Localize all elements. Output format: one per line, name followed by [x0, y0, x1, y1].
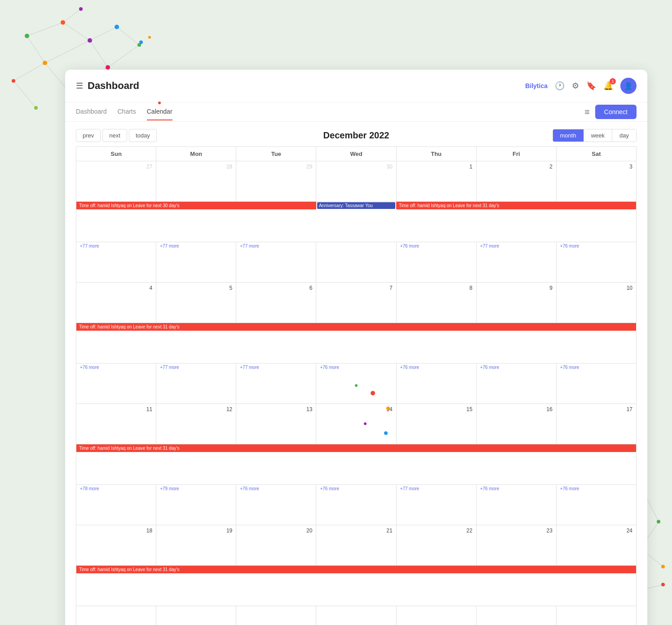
more-link[interactable]: +77 more: [477, 243, 555, 249]
more-link[interactable]: +76 more: [477, 486, 555, 492]
header-right: Bilytica 🕐 ⚙ 🔖 🔔 1 👤: [525, 78, 637, 94]
event-timeoff-31days-c[interactable]: Time off: hamid Ishtyaq on Leave for nex…: [76, 444, 636, 452]
decorative-dot: [355, 384, 358, 387]
table-row: 18 19 20 21 22 23 24: [76, 525, 637, 566]
day-number: 13: [237, 405, 315, 414]
day-dec10[interactable]: 10: [556, 283, 636, 323]
day-nov30-more: [316, 242, 396, 283]
more-link[interactable]: +76 more: [477, 364, 555, 370]
day-nov29[interactable]: 29: [236, 161, 316, 202]
day-number: 3: [557, 162, 635, 171]
tab-calendar[interactable]: Calendar: [147, 102, 172, 121]
day-dec14[interactable]: 14: [316, 404, 396, 444]
view-week-button[interactable]: week: [584, 129, 612, 142]
day-dec5[interactable]: 5: [156, 283, 236, 323]
more-link[interactable]: +77 more: [237, 364, 315, 370]
table-row: 11 12 13 14 15 16 17: [76, 404, 637, 444]
view-day-button[interactable]: day: [612, 129, 636, 142]
decorative-dot: [371, 391, 375, 395]
day-dec8[interactable]: 8: [396, 283, 476, 323]
more-link[interactable]: +76 more: [398, 243, 475, 249]
day-number: 12: [157, 405, 235, 414]
svg-line-10: [108, 45, 139, 67]
more-link[interactable]: +76 more: [317, 364, 395, 370]
day-dec3[interactable]: 3: [556, 161, 636, 202]
table-row: 27 28 29 30 1 2: [76, 161, 637, 202]
bell-icon[interactable]: 🔔 1: [603, 81, 613, 91]
day-dec11[interactable]: 11: [76, 404, 156, 444]
calendar-header-row: Sun Mon Tue Wed Thu Fri Sat: [76, 147, 637, 161]
day-dec22[interactable]: 22: [396, 525, 476, 566]
day-dec15[interactable]: 15: [396, 404, 476, 444]
tab-dashboard[interactable]: Dashboard: [76, 102, 107, 121]
hamburger-icon[interactable]: ≡: [584, 107, 590, 117]
avatar[interactable]: 👤: [620, 78, 637, 94]
day-dec21[interactable]: 21: [316, 525, 396, 566]
day-dec17[interactable]: 17: [556, 404, 636, 444]
day-number: 21: [317, 526, 395, 535]
day-number: 17: [557, 405, 635, 414]
day-nov28[interactable]: 28: [156, 161, 236, 202]
svg-line-0: [27, 22, 63, 36]
day-nov30[interactable]: 30: [316, 161, 396, 202]
more-links-row-2: +76 more +77 more +77 more +76 more +76 …: [76, 363, 637, 404]
more-link[interactable]: +76 more: [77, 364, 155, 370]
view-month-button[interactable]: month: [553, 129, 584, 142]
col-wed: Wed: [316, 147, 396, 161]
day-number: 16: [477, 405, 555, 414]
event-row-3: Time off: hamid Ishtyaq on Leave for nex…: [76, 444, 637, 485]
clock-icon[interactable]: 🕐: [555, 81, 565, 91]
bookmark-icon[interactable]: 🔖: [586, 81, 596, 91]
day-dec18[interactable]: 18: [76, 525, 156, 566]
day-dec7[interactable]: 7: [316, 283, 396, 323]
more-link[interactable]: +77 more: [237, 243, 315, 249]
svg-point-17: [115, 25, 119, 29]
event-timeoff-31days-a[interactable]: Time off: hamid Ishtyaq on Leave for nex…: [396, 202, 636, 209]
svg-point-16: [88, 38, 92, 43]
col-thu: Thu: [396, 147, 476, 161]
event-timeoff-31days-d[interactable]: Time off: hamid Ishtyaq on Leave for nex…: [76, 566, 636, 573]
day-dec13[interactable]: 13: [236, 404, 316, 444]
day-dec16[interactable]: 16: [476, 404, 556, 444]
day-dec4[interactable]: 4: [76, 283, 156, 323]
day-dec2[interactable]: 2: [476, 161, 556, 202]
more-link[interactable]: +77 more: [157, 243, 235, 249]
more-link[interactable]: +77 more: [157, 364, 235, 370]
more-link[interactable]: +79 more: [157, 486, 235, 492]
day-dec9[interactable]: 9: [476, 283, 556, 323]
tab-charts[interactable]: Charts: [118, 102, 136, 121]
connect-button[interactable]: Connect: [595, 105, 637, 119]
event-timeoff-30days[interactable]: Time off: hamid Ishtyaq on Leave for nex…: [76, 202, 316, 209]
more-link[interactable]: +78 more: [77, 486, 155, 492]
event-anniversary[interactable]: Anniversary: Tassawar You: [317, 202, 395, 209]
day-number: 28: [157, 162, 235, 171]
next-button[interactable]: next: [102, 129, 127, 142]
today-button[interactable]: today: [129, 129, 157, 142]
more-link[interactable]: +77 more: [77, 243, 155, 249]
app-title: Dashboard: [88, 80, 525, 92]
day-dec19[interactable]: 19: [156, 525, 236, 566]
day-dec20[interactable]: 20: [236, 525, 316, 566]
menu-icon[interactable]: ☰: [76, 81, 83, 91]
more-link[interactable]: +76 more: [557, 364, 635, 370]
more-link[interactable]: +76 more: [557, 486, 635, 492]
day-dec1[interactable]: 1: [396, 161, 476, 202]
prev-button[interactable]: prev: [76, 129, 101, 142]
event-timeoff-31days-b[interactable]: Time off: hamid Ishtyaq on Leave for nex…: [76, 323, 636, 331]
day-dec6[interactable]: 6: [236, 283, 316, 323]
gear-icon[interactable]: ⚙: [572, 81, 579, 91]
more-link[interactable]: +76 more: [237, 486, 315, 492]
day-dec24[interactable]: 24: [556, 525, 636, 566]
more-link[interactable]: +77 more: [398, 486, 475, 492]
svg-line-11: [13, 63, 45, 81]
more-link[interactable]: +76 more: [398, 364, 475, 370]
more-link[interactable]: +76 more: [317, 486, 395, 492]
more-links-row-4: -: [76, 606, 637, 625]
more-links-row-1: +77 more +77 more +77 more +76 more +77 …: [76, 242, 637, 283]
day-nov27[interactable]: 27: [76, 161, 156, 202]
day-dec12[interactable]: 12: [156, 404, 236, 444]
svg-line-8: [45, 63, 67, 90]
day-number: 1: [398, 162, 475, 171]
day-dec23[interactable]: 23: [476, 525, 556, 566]
more-link[interactable]: +76 more: [557, 243, 635, 249]
